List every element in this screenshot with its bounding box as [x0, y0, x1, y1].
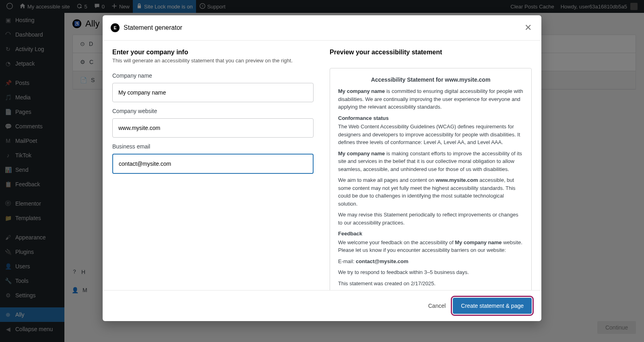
preview-p5: We may revise this Statement periodicall… — [338, 211, 523, 227]
close-icon: ✕ — [524, 23, 532, 33]
preview-column: Preview your accessibility statement Acc… — [330, 49, 532, 282]
preview-box: Accessibility Statement for www.mysite.c… — [330, 68, 532, 290]
preview-p1: My company name is committed to ensuring… — [338, 87, 523, 111]
form-heading: Enter your company info — [112, 49, 314, 56]
preview-p6: We welcome your feedback on the accessib… — [338, 239, 523, 254]
modal-overlay: E Statement generator ✕ Enter your compa… — [0, 0, 644, 342]
company-name-group: Company name — [112, 72, 314, 102]
preview-p2: The Web Content Accessibility Guidelines… — [338, 123, 523, 146]
company-website-input[interactable] — [112, 118, 314, 138]
business-email-input[interactable] — [112, 154, 314, 174]
cancel-button[interactable]: Cancel — [428, 303, 446, 309]
business-email-group: Business email — [112, 143, 314, 174]
statement-generator-modal: E Statement generator ✕ Enter your compa… — [103, 15, 541, 321]
preview-p4: We aim to make all pages and content on … — [338, 176, 523, 208]
elementor-badge-icon: E — [111, 23, 120, 32]
preview-p3: My company name is making constant effor… — [338, 150, 523, 173]
form-column: Enter your company info This will genera… — [112, 49, 314, 282]
preview-p7: We try to respond to feedback within 3–5… — [338, 268, 523, 276]
preview-email: E-mail: contact@mysite.com — [338, 258, 523, 266]
create-statement-button[interactable]: Create statement & page — [453, 298, 532, 314]
form-subtitle: This will generate an accessibility stat… — [112, 58, 314, 64]
company-website-group: Company website — [112, 108, 314, 138]
preview-p8: This statement was created on 2/17/2025. — [338, 280, 523, 288]
modal-footer: Cancel Create statement & page — [103, 290, 541, 321]
preview-title: Accessibility Statement for www.mysite.c… — [338, 76, 523, 84]
close-button[interactable]: ✕ — [523, 21, 533, 35]
modal-title: Statement generator — [124, 24, 519, 31]
preview-heading: Preview your accessibility statement — [330, 49, 532, 56]
company-name-label: Company name — [112, 72, 314, 79]
conformance-heading: Conformance status — [338, 114, 523, 122]
modal-body: Enter your company info This will genera… — [103, 41, 541, 290]
company-name-input[interactable] — [112, 83, 314, 102]
feedback-heading: Feedback — [338, 230, 523, 238]
modal-header: E Statement generator ✕ — [103, 15, 541, 41]
business-email-label: Business email — [112, 143, 314, 150]
company-website-label: Company website — [112, 108, 314, 114]
